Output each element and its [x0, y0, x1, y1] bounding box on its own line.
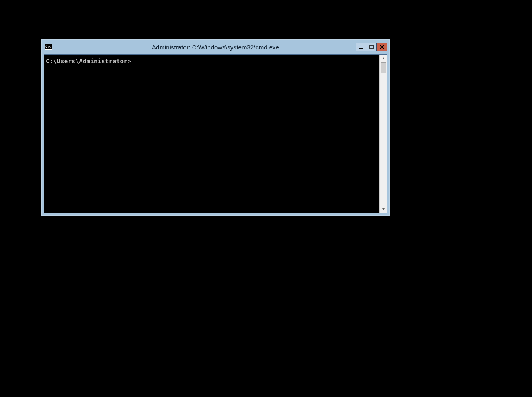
- scrollbar-track[interactable]: [380, 62, 387, 205]
- svg-rect-0: [359, 48, 363, 49]
- svg-rect-1: [370, 45, 373, 49]
- window-title: Administrator: C:\Windows\system32\cmd.e…: [41, 44, 390, 51]
- cmd-window: C:\ Administrator: C:\Windows\system32\c…: [41, 39, 390, 216]
- maximize-button[interactable]: [366, 43, 377, 51]
- scroll-down-button[interactable]: [380, 205, 387, 213]
- terminal-output[interactable]: C:\Users\Administrator>: [44, 55, 379, 213]
- minimize-button[interactable]: [356, 43, 366, 51]
- command-prompt: C:\Users\Administrator>: [46, 58, 131, 64]
- window-controls: [356, 43, 387, 51]
- client-area: C:\Users\Administrator>: [44, 54, 387, 213]
- vertical-scrollbar[interactable]: [379, 55, 387, 213]
- system-menu-icon[interactable]: C:\: [45, 44, 52, 50]
- scroll-up-button[interactable]: [380, 55, 387, 62]
- scrollbar-thumb[interactable]: [381, 62, 386, 73]
- titlebar[interactable]: C:\ Administrator: C:\Windows\system32\c…: [41, 39, 390, 54]
- close-button[interactable]: [376, 43, 387, 51]
